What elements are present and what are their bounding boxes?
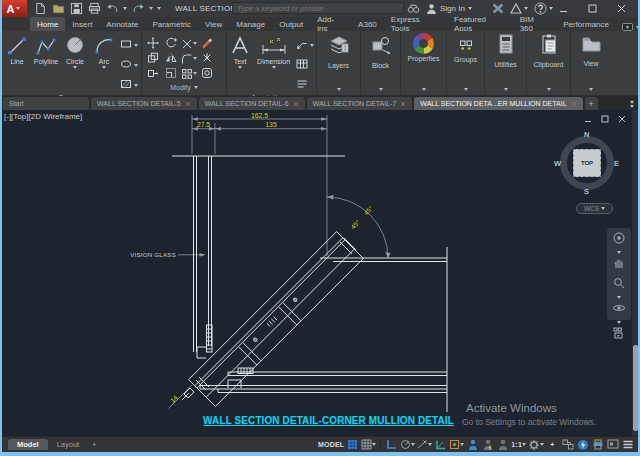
close-button[interactable] <box>607 0 636 17</box>
dimension-button[interactable]: Dimension <box>253 33 294 69</box>
groups-panel-caret[interactable] <box>464 88 468 91</box>
close-tab-icon[interactable] <box>571 101 577 107</box>
annotation-autoscale-button[interactable] <box>481 438 494 451</box>
block-panel-caret[interactable] <box>379 88 383 91</box>
leader-caret[interactable] <box>310 44 314 47</box>
osnap-tracking-caret[interactable] <box>428 443 432 446</box>
tab-home[interactable]: Home <box>30 17 65 31</box>
tab-addins[interactable]: Add-ins <box>310 17 351 31</box>
minimize-button[interactable] <box>549 0 578 17</box>
line-button[interactable]: Line <box>4 33 31 65</box>
annotation-scale-button[interactable]: 1:1 <box>511 438 526 451</box>
utilities-button[interactable] <box>495 33 517 60</box>
ellipse-caret[interactable] <box>134 64 138 67</box>
tab-featured-apps[interactable]: Featured Apps <box>447 17 513 31</box>
clean-screen-button[interactable] <box>606 438 619 451</box>
undo-dropdown-caret[interactable] <box>123 7 127 10</box>
hatch-button[interactable] <box>120 76 132 94</box>
doc-restore-icon[interactable] <box>601 115 609 123</box>
stretch-button[interactable] <box>147 65 159 83</box>
text-button[interactable]: Text <box>229 33 251 69</box>
model-indicator[interactable]: MODEL <box>318 441 344 448</box>
rectangle-caret[interactable] <box>134 44 138 47</box>
collaborate-button[interactable] <box>561 438 574 451</box>
circle-caret[interactable] <box>73 66 77 69</box>
wcs-menu[interactable]: WCS <box>576 203 613 214</box>
tab-insert[interactable]: Insert <box>65 17 99 31</box>
file-tab-detail6[interactable]: WALL SECTION DETAIL-6 <box>199 97 305 110</box>
search-input[interactable] <box>233 4 403 13</box>
file-tab-start[interactable]: Start <box>3 97 89 110</box>
clipboard-panel-caret[interactable] <box>547 88 551 91</box>
ortho-button[interactable] <box>385 438 398 451</box>
tab-express-tools[interactable]: Express Tools <box>384 17 447 31</box>
application-menu-button[interactable]: A <box>0 0 27 17</box>
rectangle-button[interactable] <box>120 36 132 54</box>
tab-output[interactable]: Output <box>272 17 310 31</box>
model-space-tab[interactable]: Model <box>8 439 48 450</box>
tab-annotate[interactable]: Annotate <box>99 17 145 31</box>
tab-bim360[interactable]: BIM 360 <box>513 17 557 31</box>
grid-display-button[interactable] <box>361 438 376 451</box>
file-tab-detail7[interactable]: WALL SECTION DETAIL-7 <box>307 97 413 110</box>
tab-manage[interactable]: Manage <box>229 17 272 31</box>
doc-minimize-icon[interactable] <box>584 115 592 123</box>
orbit-button[interactable] <box>612 301 626 319</box>
plot-button[interactable] <box>87 2 101 15</box>
autodesk-360-button[interactable] <box>492 0 504 18</box>
annotation-visibility-button[interactable] <box>466 438 479 451</box>
navigation-wheel-button[interactable] <box>612 231 626 249</box>
hatch-caret[interactable] <box>134 84 138 87</box>
file-tab-detail5[interactable]: WALL SECTION DETAIL-5 <box>91 97 197 110</box>
polar-caret[interactable] <box>411 443 415 446</box>
fillet-caret[interactable] <box>193 57 197 60</box>
new-layout-button[interactable]: + <box>88 439 100 450</box>
zoom-button[interactable] <box>612 276 626 294</box>
viewcube-north[interactable]: N <box>584 130 589 139</box>
annotation-monitor-button[interactable] <box>496 438 509 451</box>
offset-button[interactable] <box>201 65 213 83</box>
tab-overflow-button[interactable] <box>630 101 634 110</box>
drawing-viewport[interactable]: 162.5 27.5 135 45° 45° 14 VISION GLASS [… <box>0 110 640 436</box>
navbar-caret[interactable] <box>617 251 621 254</box>
fillet-button[interactable] <box>181 53 197 65</box>
properties-panel-caret[interactable] <box>422 88 426 91</box>
customize-statusbar-button[interactable] <box>621 438 634 451</box>
sign-in-button[interactable]: Sign In <box>426 3 472 15</box>
search-box[interactable] <box>232 2 404 14</box>
polyline-button[interactable]: Polyline <box>33 33 60 65</box>
arc-button[interactable]: Arc <box>91 33 118 69</box>
polar-tracking-button[interactable] <box>400 438 415 451</box>
isolate-objects-button[interactable]: + <box>546 438 559 451</box>
show-motion-button[interactable] <box>612 326 626 344</box>
layout-tab[interactable]: Layout <box>48 439 89 450</box>
search-binoculars-button[interactable] <box>407 0 420 18</box>
table-button[interactable] <box>296 56 308 74</box>
close-tab-icon[interactable] <box>293 101 299 107</box>
new-drawing-tab-button[interactable]: + <box>585 97 598 110</box>
viewcube-top-face[interactable]: TOP <box>573 149 601 177</box>
doc-close-icon[interactable] <box>618 115 626 123</box>
redo-dropdown-caret[interactable] <box>149 7 153 10</box>
text-caret[interactable] <box>238 66 242 69</box>
zoom-caret[interactable] <box>617 296 621 299</box>
block-button[interactable] <box>369 33 393 61</box>
circle-button[interactable]: Circle <box>62 33 89 69</box>
view-button[interactable] <box>580 33 603 59</box>
close-tab-icon[interactable] <box>400 101 406 107</box>
scale-button[interactable] <box>165 65 177 83</box>
trim-button[interactable] <box>181 38 197 50</box>
exchange-apps-button[interactable] <box>510 3 528 14</box>
arc-caret[interactable] <box>102 66 106 69</box>
tab-a360[interactable]: A360 <box>351 17 384 31</box>
viewport-controls-label[interactable]: [-][Top][2D Wireframe] <box>4 112 82 121</box>
viewcube[interactable]: N S W E TOP <box>556 132 618 194</box>
viewcube-east[interactable]: E <box>614 159 619 168</box>
tab-performance[interactable]: Performance <box>556 17 616 31</box>
view-panel-caret[interactable] <box>589 88 593 91</box>
maximize-button[interactable] <box>578 0 607 17</box>
redo-button[interactable] <box>131 2 145 15</box>
plot-status-button[interactable] <box>591 438 604 451</box>
array-button[interactable] <box>181 68 197 80</box>
scale-caret[interactable] <box>522 443 526 446</box>
